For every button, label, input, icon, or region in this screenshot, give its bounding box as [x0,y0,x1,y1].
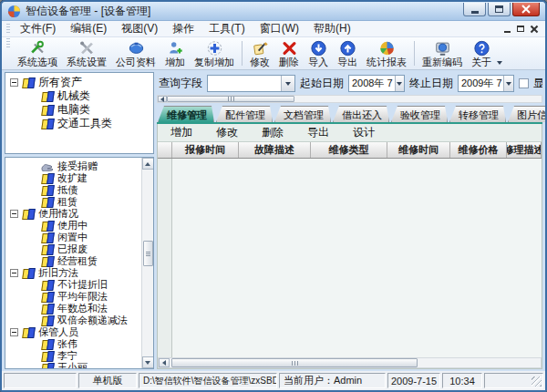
grid-column-header[interactable]: 维修价格 [450,142,507,158]
edit-button[interactable]: 修改 [245,38,274,68]
grid-horizontal-scrollbar[interactable] [158,357,542,368]
group-tree-panel: 接受捐赠 改扩建 抵债 租赁 使用情况 使用中 闲置中 已报废 经营租赁 折旧方… [5,157,154,369]
add-button[interactable]: 增加 [160,38,190,68]
tree-vertical-scrollbar[interactable] [141,158,153,368]
close-button[interactable] [512,3,540,16]
window-title: 智信设备管理 - [设备管理] [26,4,463,19]
tab-pictures[interactable]: 图片信息 [508,106,547,122]
add-person-icon [167,40,184,57]
donation-hand-icon [41,161,54,171]
close-icon [521,5,531,14]
tab-lending[interactable]: 借出还入 [333,106,389,122]
tab-bar: 维修管理 配件管理 文档管理 借出还入 验收管理 转移管理 图片信息 [157,104,542,122]
scroll-left-icon [162,360,166,366]
import-button[interactable]: 导入 [304,38,333,68]
tree-item[interactable]: 租赁 [6,196,152,208]
grid-column-header[interactable]: 修理描述 [507,142,542,158]
tree-item[interactable]: 交通工具类 [6,117,152,130]
record-export-button[interactable]: 导出 [307,125,329,140]
scrollbar-thumb[interactable] [167,96,294,102]
mdi-minimize-icon[interactable] [504,31,511,33]
status-panel-empty [484,373,543,388]
status-panel-empty [4,373,77,388]
dropdown-button[interactable] [395,76,404,91]
tab-parts[interactable]: 配件管理 [216,106,273,122]
tree-item[interactable]: 经营租赁 [6,255,152,267]
grid-body [158,159,542,357]
tree-item[interactable]: 张伟 [6,338,152,350]
dropdown-button[interactable] [281,76,294,91]
tab-maintenance[interactable]: 维修管理 [158,106,214,122]
tree-item-custodians[interactable]: 保管人员 [6,326,152,338]
titlebar: 智信设备管理 - [设备管理] [2,2,545,21]
toolbar-separator [414,41,415,66]
scrollbar-thumb[interactable] [171,358,418,367]
system-options-button[interactable]: 系统选项 [13,38,62,68]
tree-item[interactable]: 双倍余额递减法 [6,315,152,326]
book-icon [41,292,54,302]
menu-window[interactable]: 窗口(W) [253,20,306,37]
menu-help[interactable]: 帮助(H) [306,20,358,37]
query-field-input[interactable] [208,77,281,90]
system-settings-button[interactable]: 系统设置 [62,38,111,68]
display-checkbox[interactable] [519,78,529,88]
top-horizontal-scrollbar[interactable] [157,95,542,103]
scrollbar-thumb[interactable] [143,241,153,266]
dropdown-button[interactable] [503,76,513,91]
tree-item[interactable]: 王小丽 [6,362,152,369]
menu-file[interactable]: 文件(F) [13,20,63,37]
status-mode: 单机版 [78,373,137,388]
tab-acceptance[interactable]: 验收管理 [391,106,448,122]
query-field-combobox[interactable] [207,75,295,92]
record-delete-button[interactable]: 删除 [262,125,284,140]
grid-column-header[interactable]: 报修时间 [172,142,239,158]
scroll-left-button[interactable] [158,96,167,102]
maximize-button[interactable] [488,3,511,16]
tree-expander[interactable] [10,269,18,277]
tree-item[interactable]: 机械类 [6,89,152,103]
end-date-picker[interactable]: 2009年 7 月1 [458,75,514,92]
company-info-button[interactable]: 公司资料 [111,38,160,68]
tree-item[interactable]: 改扩建 [6,172,152,184]
mdi-restore-icon[interactable] [517,26,524,32]
menu-operate[interactable]: 操作 [165,20,201,37]
tree-item[interactable]: 电脑类 [6,103,152,117]
grid-column-header[interactable]: 维修时间 [387,142,450,158]
tree-item-all-assets[interactable]: 所有资产 [6,76,152,89]
status-current-user: 当前用户：Admin [279,373,386,388]
query-bar: 查询字段 起始日期 2008年 7 月15 终止日期 2009年 7 月1 显 [157,72,542,95]
menu-view[interactable]: 视图(V) [114,20,165,37]
recode-button[interactable]: 重新编码 [418,38,467,68]
export-button[interactable]: 导出 [333,38,362,68]
copy-add-button[interactable]: 复制增加 [190,38,239,68]
tree-expander[interactable] [10,78,18,87]
menu-edit[interactable]: 编辑(E) [63,20,114,37]
book-icon [41,339,54,349]
minimize-icon [471,11,479,14]
delete-button[interactable]: 删除 [274,38,304,68]
toolbar-overflow-button[interactable] [496,38,505,68]
scroll-left-button[interactable] [159,358,170,367]
tree-expander[interactable] [10,210,18,218]
mdi-close-icon[interactable] [531,26,538,33]
tree-item[interactable]: 抵债 [6,184,152,196]
tab-transfer[interactable]: 转移管理 [449,106,506,122]
scroll-down-button[interactable] [142,356,154,368]
record-add-button[interactable]: 增加 [170,125,192,140]
report-button[interactable]: 统计报表 [362,38,411,68]
about-button[interactable]: 关于 [467,38,496,68]
start-date-picker[interactable]: 2008年 7 月15 [348,75,405,92]
record-modify-button[interactable]: 修改 [216,125,238,140]
grid-column-header[interactable]: 故障描述 [239,142,311,158]
toolbar-grip [6,38,10,49]
minimize-button[interactable] [463,3,486,16]
grid-column-header[interactable]: 维修类型 [311,142,387,158]
scroll-up-button[interactable] [142,158,154,170]
menu-tools[interactable]: 工具(T) [201,20,252,37]
book-icon [41,173,54,183]
resize-grip[interactable] [532,377,542,387]
tree-expander[interactable] [10,328,18,336]
tab-documents[interactable]: 文档管理 [274,106,331,122]
book-icon [41,197,54,207]
record-design-button[interactable]: 设计 [353,125,375,140]
